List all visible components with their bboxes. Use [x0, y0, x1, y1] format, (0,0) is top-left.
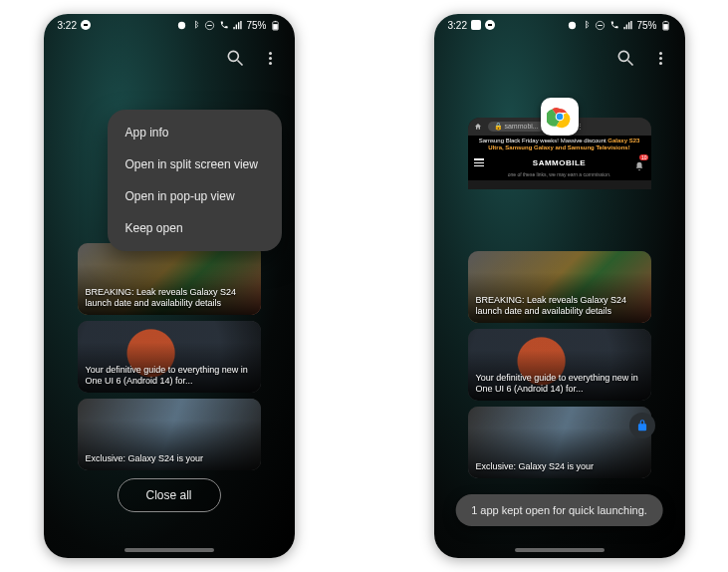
- bluetooth-icon: [581, 20, 592, 31]
- bluetooth-icon: [190, 20, 201, 31]
- svg-rect-3: [273, 24, 278, 30]
- svg-rect-10: [663, 24, 668, 30]
- article-tile[interactable]: Exclusive: Galaxy S24 is your: [78, 399, 261, 470]
- app-context-menu: App info Open in split screen view Open …: [108, 110, 282, 251]
- article-headline: BREAKING: Leak reveals Galaxy S24 launch…: [86, 287, 253, 310]
- status-right-icons: 75%: [567, 20, 670, 31]
- search-icon[interactable]: [225, 48, 245, 68]
- article-tile[interactable]: Your definitive guide to everything new …: [468, 329, 651, 401]
- signal-icon: [622, 20, 633, 31]
- article-tile[interactable]: BREAKING: Leak reveals Galaxy S24 launch…: [78, 243, 261, 315]
- status-bar: 3:22 75%: [44, 14, 295, 36]
- status-right-icons: 75%: [176, 20, 280, 31]
- article-headline: Your definitive guide to everything new …: [86, 365, 253, 388]
- svg-rect-1: [208, 25, 213, 26]
- article-tile[interactable]: Your definitive guide to everything new …: [78, 321, 261, 393]
- status-notif-icon: [471, 20, 481, 30]
- svg-line-6: [237, 61, 242, 66]
- toast-message: 1 app kept open for quick launching.: [455, 494, 663, 526]
- home-icon[interactable]: [474, 123, 482, 131]
- battery-icon: [270, 20, 281, 31]
- gesture-nav-pill[interactable]: [515, 548, 605, 552]
- phone-screenshot-right: 3:22 75% 🔒 samm: [434, 14, 685, 558]
- notif-badge: 10: [639, 154, 649, 160]
- article-headline: Exclusive: Galaxy S24 is your: [86, 453, 253, 464]
- article-headline: Your definitive guide to everything new …: [476, 373, 643, 396]
- article-tile[interactable]: BREAKING: Leak reveals Galaxy S24 launch…: [468, 251, 651, 323]
- alarm-icon: [176, 20, 187, 31]
- svg-point-5: [228, 51, 238, 61]
- menu-popup-view[interactable]: Open in pop-up view: [125, 189, 264, 203]
- svg-line-13: [627, 61, 632, 66]
- site-nav: SAMMOBILE 10: [468, 153, 651, 171]
- article-headline: BREAKING: Leak reveals Galaxy S24 launch…: [476, 295, 643, 318]
- dnd-icon: [595, 20, 606, 31]
- phone-screenshot-left: 3:22 75% BREAKING: Leak reveals Galaxy S…: [44, 14, 295, 558]
- alarm-icon: [567, 20, 578, 31]
- svg-rect-8: [599, 25, 604, 26]
- status-battery-pct: 75%: [636, 20, 656, 31]
- promo-banner[interactable]: Samsung Black Friday weeks! Massive disc…: [468, 136, 651, 153]
- svg-point-12: [618, 51, 628, 61]
- chrome-app-icon[interactable]: [541, 98, 579, 136]
- battery-icon: [660, 20, 671, 31]
- site-logo[interactable]: SAMMOBILE: [533, 158, 586, 167]
- article-headline: Exclusive: Galaxy S24 is your: [476, 461, 643, 472]
- status-notif-icon: [485, 20, 495, 30]
- recents-toolbar: [434, 36, 685, 80]
- disclaimer-text: one of these links, we may earn a commis…: [468, 171, 651, 180]
- status-time: 3:22: [448, 20, 467, 31]
- more-icon[interactable]: [261, 52, 281, 65]
- hamburger-icon[interactable]: [474, 158, 484, 166]
- more-icon[interactable]: [651, 52, 671, 65]
- menu-split-screen[interactable]: Open in split screen view: [125, 157, 264, 171]
- close-all-button[interactable]: Close all: [117, 478, 220, 512]
- status-bar: 3:22 75%: [434, 14, 685, 36]
- svg-rect-4: [274, 20, 276, 21]
- status-notif-icon: [81, 20, 91, 30]
- signal-icon: [232, 20, 243, 31]
- status-time: 3:22: [58, 20, 77, 31]
- status-battery-pct: 75%: [246, 20, 266, 31]
- dnd-icon: [204, 20, 215, 31]
- recents-toolbar: [44, 36, 295, 80]
- keep-open-lock-icon[interactable]: [629, 413, 655, 438]
- wifi-call-icon: [608, 20, 619, 31]
- menu-app-info[interactable]: App info: [125, 126, 264, 140]
- wifi-call-icon: [218, 20, 229, 31]
- svg-rect-11: [664, 20, 666, 21]
- menu-keep-open[interactable]: Keep open: [125, 221, 264, 235]
- gesture-nav-pill[interactable]: [124, 548, 214, 552]
- article-tile[interactable]: Exclusive: Galaxy S24 is your: [468, 407, 651, 478]
- browser-url[interactable]: 🔒 sammobi...: [488, 122, 545, 132]
- search-icon[interactable]: [615, 48, 635, 68]
- bell-icon[interactable]: 10: [634, 157, 644, 167]
